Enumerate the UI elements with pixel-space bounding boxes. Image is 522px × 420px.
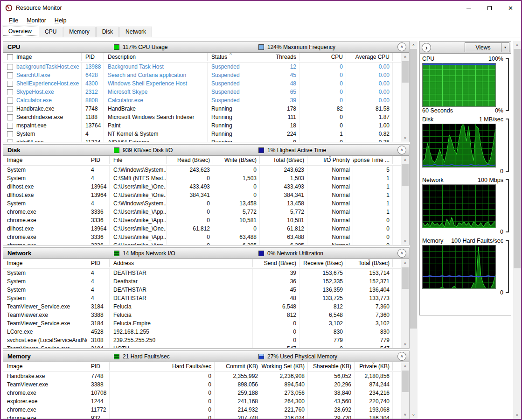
cpu-table-scrollbar[interactable]: ˄˅ <box>401 53 409 142</box>
memory-table-row[interactable]: chrome.exe9320207,748216,02429,720186,30… <box>3 414 401 419</box>
network-column-header-receive-b-sec[interactable]: Receive (B/sec) <box>299 259 346 267</box>
tab-network[interactable]: Network <box>119 27 152 37</box>
disk-column-header-response-time[interactable]: Response Time ... <box>353 156 393 164</box>
scroll-thumb[interactable] <box>514 49 521 268</box>
disk-column-header-i-o-priority[interactable]: I/O Priority˅ <box>307 156 353 164</box>
network-column-header-address[interactable]: Address <box>110 259 253 267</box>
memory-column-header-pid[interactable]: PID <box>87 362 110 371</box>
disk-table-row[interactable]: dllhost.exe13964C:\Users\mike_\One...384… <box>3 191 401 199</box>
cpu-table-row[interactable]: System4NT Kernel & SystemRunning22410.82 <box>3 130 401 138</box>
memory-table-row[interactable]: explorer.exe12440241,168264,30043,560220… <box>3 397 401 406</box>
row-checkbox[interactable] <box>7 140 13 142</box>
cpu-column-header-status[interactable]: Status˄ <box>208 53 254 61</box>
memory-column-header-commit-kb[interactable]: Commit (KB) <box>215 362 261 371</box>
scroll-down-button[interactable]: ˅ <box>410 411 418 419</box>
memory-collapse-button[interactable]: ˄ <box>397 352 406 361</box>
disk-column-header-total-b-sec[interactable]: Total (B/sec) <box>260 156 307 164</box>
scroll-up-button[interactable]: ˄ <box>401 259 409 267</box>
row-checkbox[interactable] <box>7 98 13 104</box>
chevron-down-icon[interactable]: ▼ <box>501 43 509 52</box>
disk-table-row[interactable]: chrome.exe3336C:\Users\mike_\App...05,77… <box>3 208 401 216</box>
scroll-thumb[interactable] <box>410 49 417 329</box>
row-checkbox[interactable] <box>7 72 13 78</box>
scroll-up-button[interactable]: ˄ <box>401 156 409 164</box>
row-checkbox[interactable] <box>7 123 13 129</box>
cpu-table-row[interactable]: Handbrake.exe7748HandBrakeRunning1788281… <box>3 105 401 113</box>
row-checkbox[interactable] <box>7 131 13 137</box>
network-table-row[interactable]: TeamViewer_Service.exe3184Felucia6,54881… <box>3 302 401 311</box>
memory-column-header-working-set-kb[interactable]: Working Set (KB) <box>261 362 308 371</box>
scroll-up-button[interactable]: ˄ <box>410 41 418 49</box>
scroll-up-button[interactable]: ˄ <box>401 362 409 370</box>
tab-disk[interactable]: Disk <box>96 27 119 37</box>
cpu-table-row[interactable]: backgroundTaskHost.exe13988Background Ta… <box>3 63 401 71</box>
scroll-thumb[interactable] <box>402 267 409 289</box>
network-table-row[interactable]: svchost.exe (LocalServiceAndNo...3108239… <box>3 336 401 344</box>
left-panel-scrollbar[interactable]: ˄ ˅ <box>410 41 418 419</box>
tab-cpu[interactable]: CPU <box>39 27 63 37</box>
network-table-scrollbar[interactable]: ˄˅ <box>401 259 409 348</box>
select-all-checkbox[interactable] <box>7 54 13 60</box>
memory-table-row[interactable]: Handbrake.exe774802,355,9922,236,90856,0… <box>3 372 401 380</box>
disk-column-header-file[interactable]: File <box>110 156 167 164</box>
memory-column-header-private-kb[interactable]: Private (KB)˅ <box>355 362 393 371</box>
memory-table-row[interactable]: chrome.exe107080259,188273,05638,840234,… <box>3 389 401 397</box>
row-checkbox[interactable] <box>7 64 13 70</box>
disk-table-row[interactable]: System4C:\Windows\System...013,45813,458… <box>3 199 401 208</box>
scroll-down-button[interactable]: ˅ <box>401 340 409 348</box>
disk-table-row[interactable]: dllhost.exe13964C:\Users\mike_\One...61,… <box>3 224 401 233</box>
network-table-row[interactable]: TeamViewer.exe3388Felucia8126,5487,360 <box>3 311 401 319</box>
cpu-column-header-description[interactable]: Description <box>104 53 208 61</box>
memory-table-row[interactable]: chrome.exe117720214,932221,76028,692193,… <box>3 406 401 414</box>
memory-table-row[interactable]: TeamViewer.exe33880898,056894,54020,2968… <box>3 380 401 389</box>
disk-table-row[interactable]: System4C:\$Mft (NTFS Mast...01,5031,503N… <box>3 174 401 182</box>
memory-column-header-hard-faults-sec[interactable]: Hard Faults/sec <box>110 362 215 371</box>
scroll-up-button[interactable]: ˄ <box>401 53 409 61</box>
views-dropdown[interactable]: Views ▼ <box>465 42 509 52</box>
scroll-thumb[interactable] <box>402 61 409 83</box>
network-collapse-button[interactable]: ˄ <box>397 249 406 258</box>
row-checkbox[interactable] <box>7 106 13 112</box>
cpu-table-row[interactable]: ShellExperienceHost.exe4300Windows Shell… <box>3 79 401 88</box>
cpu-column-header-average-cpu[interactable]: Average CPU <box>346 53 393 61</box>
menu-help[interactable]: Help <box>50 16 71 25</box>
disk-table-row[interactable]: chrome.exe3336C:\Users\mike_\App...063,4… <box>3 233 401 241</box>
disk-table-row[interactable]: chrome.exe3336C:\Users\mike_\App...010,5… <box>3 216 401 224</box>
tab-overview[interactable]: Overview <box>2 26 38 37</box>
scroll-down-button[interactable]: ˅ <box>401 134 409 142</box>
cpu-column-header-cpu[interactable]: CPU <box>299 53 346 61</box>
scroll-down-button[interactable]: ˅ <box>401 411 409 419</box>
network-column-header-total-b-sec[interactable]: Total (B/sec)˅ <box>346 259 393 267</box>
right-panel-scrollbar[interactable]: ˄ ˅ <box>513 41 521 419</box>
maximize-button[interactable] <box>479 1 500 15</box>
scroll-down-button[interactable]: ˅ <box>401 237 409 245</box>
network-table-row[interactable]: System4DEATHSTAR39153,675153,714 <box>3 269 401 277</box>
network-table-row[interactable]: System4DEATHSTAR48133,725133,773 <box>3 294 401 302</box>
tab-memory[interactable]: Memory <box>63 27 95 37</box>
disk-table-scrollbar[interactable]: ˄˅ <box>401 156 409 245</box>
cpu-column-header-image[interactable]: Image <box>3 53 82 61</box>
cpu-table-row[interactable]: SkypeHost.exe2312Microsoft SkypeSuspende… <box>3 88 401 96</box>
scroll-thumb[interactable] <box>402 164 409 186</box>
cpu-collapse-button[interactable]: ˄ <box>397 42 406 51</box>
network-column-header-image[interactable]: Image <box>3 259 87 267</box>
scroll-thumb[interactable] <box>402 371 409 392</box>
network-table-row[interactable]: LCore.exe4528192.168.1.2550830830 <box>3 328 401 336</box>
disk-collapse-button[interactable]: ˄ <box>397 146 406 154</box>
disk-column-header-write-b-sec[interactable]: Write (B/sec) <box>213 156 260 164</box>
row-checkbox[interactable] <box>7 114 13 120</box>
cpu-table-row[interactable]: mspaint.exe13764PaintRunning1801.00 <box>3 121 401 130</box>
memory-column-header-image[interactable]: Image <box>3 362 87 371</box>
memory-column-header-shareable-kb[interactable]: Shareable (KB) <box>308 362 355 371</box>
cpu-table-row[interactable]: aida64.exe11324AIDA64 ExtremeRunning900.… <box>3 138 401 142</box>
scroll-down-button[interactable]: ˅ <box>513 411 521 419</box>
network-table-row[interactable]: System4DEATHSTAR45136,359136,404 <box>3 286 401 294</box>
disk-column-header-pid[interactable]: PID <box>87 156 110 164</box>
menu-file[interactable]: File <box>5 16 22 25</box>
disk-table-row[interactable]: dllhost.exe13964C:\Users\mike_\One...433… <box>3 182 401 191</box>
network-table-row[interactable]: System4Deathstar36152,335152,371 <box>3 277 401 286</box>
network-table-row[interactable]: TeamViewer_Service.exe3184HOTH5470547 <box>3 344 401 348</box>
scroll-up-button[interactable]: ˄ <box>513 41 521 49</box>
memory-table-scrollbar[interactable]: ˄˅ <box>401 362 409 419</box>
cpu-column-header-threads[interactable]: Threads <box>254 53 299 61</box>
